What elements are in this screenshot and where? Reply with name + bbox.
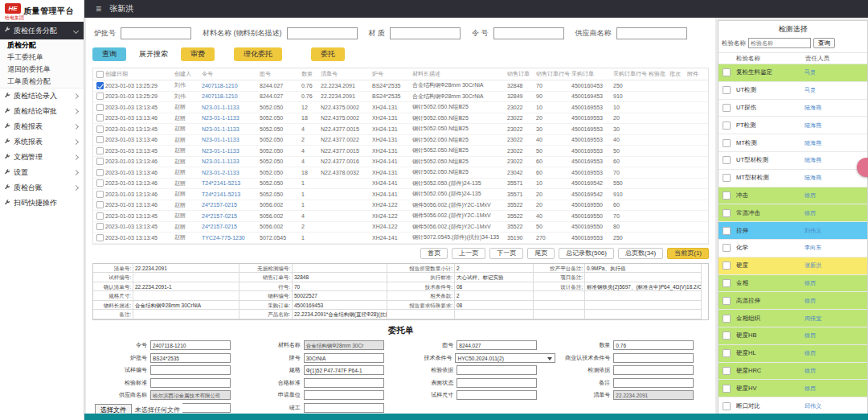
inspection-checkbox[interactable]	[723, 385, 731, 393]
row-checkbox[interactable]	[96, 234, 104, 241]
cell-order-no[interactable]: 24*2157-0215	[200, 224, 258, 229]
inspection-checkbox[interactable]	[723, 297, 731, 305]
cell-order-no[interactable]: N23-01-1-1133	[200, 137, 258, 142]
sidebar-group-item[interactable]: 质检台账	[0, 180, 84, 196]
inspection-checkbox[interactable]	[723, 279, 731, 287]
sidebar-subitem[interactable]: 质检分配	[0, 39, 84, 51]
inspection-item-row[interactable]: 拉伸刘伟义	[719, 222, 867, 240]
form-field-input[interactable]: 2407118-1210	[150, 340, 231, 350]
form-field-input[interactable]	[613, 365, 694, 375]
form-field-input[interactable]: 8244.027	[457, 340, 537, 350]
inspection-item-row[interactable]: 复检生料鉴定马灵	[719, 64, 867, 82]
inspection-item-row[interactable]: 断口对比邱伟义	[719, 397, 867, 414]
inspection-checkbox[interactable]	[723, 402, 731, 410]
sidebar-group-item[interactable]: 系统报表	[0, 134, 84, 150]
row-checkbox[interactable]	[96, 93, 104, 100]
inspection-item-row[interactable]: 冲击徐历	[719, 187, 867, 205]
form-field-input[interactable]	[304, 378, 384, 388]
search-field-input[interactable]	[121, 27, 191, 39]
inspection-item-row[interactable]: UT检测马灵	[719, 82, 867, 100]
row-checkbox[interactable]	[96, 104, 104, 111]
table-row[interactable]: 2023-01-03 13:13:46赵丽N23-01-1-11335052.0…	[93, 113, 708, 125]
search-field-input[interactable]	[616, 27, 687, 39]
row-checkbox[interactable]	[96, 136, 104, 143]
table-row[interactable]: 2023-01-03 13:13:45赵丽TYC24-775-12305072.…	[93, 233, 708, 244]
form-field-input[interactable]	[457, 365, 537, 375]
inspection-item-row[interactable]: 硬度HRC徐历	[719, 363, 867, 381]
form-field-input[interactable]	[613, 353, 694, 363]
inspection-item-row[interactable]: 化学李向东	[719, 240, 867, 257]
sidebar-group-item[interactable]: 设置	[0, 165, 84, 180]
sidebar-group-item[interactable]: 质检报表	[0, 119, 84, 134]
cell-order-no[interactable]: T24*2141-5213	[200, 180, 258, 186]
menu-toggle-icon[interactable]: ≡	[96, 3, 101, 14]
row-checkbox[interactable]	[96, 126, 104, 133]
table-row[interactable]: 2023-01-03 13:13:46赵丽N23-01-1-11335052.0…	[93, 157, 708, 168]
table-row[interactable]: 2023-01-03 13:25:29刘伟2407118-12108244.02…	[93, 80, 708, 92]
pager-button[interactable]: 下一页	[489, 248, 523, 259]
inspection-checkbox[interactable]	[723, 121, 731, 130]
inspection-item-row[interactable]: 常温冲击徐历	[719, 204, 867, 222]
select-all-checkbox[interactable]	[96, 71, 104, 78]
form-field-input[interactable]: 30CrNiA	[304, 353, 384, 363]
inspection-checkbox[interactable]	[723, 174, 731, 182]
inspection-item-row[interactable]: 硬度HL徐历	[719, 345, 867, 363]
form-field-input[interactable]	[304, 403, 384, 413]
form-field-input[interactable]	[457, 378, 537, 388]
form-field-input[interactable]: 合金结构钢Φ28mm 30Cr	[304, 340, 384, 350]
table-row[interactable]: 2023-01-03 13:13:45赵丽N23-01-1-11335052.0…	[93, 102, 708, 113]
form-field-input[interactable]	[150, 378, 231, 388]
inspection-item-row[interactable]: 硬度HB徐历	[719, 327, 867, 345]
sidebar-group-item[interactable]: 质检结论审批	[0, 104, 84, 119]
form-field-select[interactable]: HYC50.2024.011(2)	[455, 353, 555, 363]
table-row[interactable]: 2023-01-03 13:13:46赵丽24*2157-02155056.00…	[93, 200, 708, 212]
inspection-checkbox[interactable]	[723, 227, 731, 235]
table-row[interactable]: 2023-01-03 13:13:46赵丽N23-01-1-11335052.0…	[93, 135, 708, 146]
table-row[interactable]: 2023-01-03 13:13:46赵丽N23-01-2-11335052.0…	[93, 167, 708, 179]
form-field-input[interactable]: BS24*2535	[150, 353, 231, 363]
inspection-item-row[interactable]: 高温拉伸徐历	[719, 292, 867, 310]
inspection-item-row[interactable]: PT检测陆海燕	[719, 117, 867, 134]
inspection-checkbox[interactable]	[723, 349, 731, 357]
inspection-checkbox[interactable]	[723, 86, 731, 94]
form-field-input[interactable]	[457, 390, 537, 400]
cell-order-no[interactable]: N23-01-2-1133	[200, 170, 258, 175]
inspection-item-row[interactable]: 硬度HV徐历	[719, 380, 867, 397]
row-checkbox[interactable]	[96, 158, 104, 165]
inspection-item-row[interactable]: UT型材检测陆海燕	[719, 152, 867, 170]
toolbar-button[interactable]: 理化委托	[234, 47, 282, 61]
inspection-item-row[interactable]: 金相徐历	[719, 275, 867, 293]
pager-button[interactable]: 当前页(1)	[667, 248, 709, 259]
row-checkbox[interactable]	[96, 147, 104, 154]
inspection-checkbox[interactable]	[723, 261, 731, 270]
inspection-checkbox[interactable]	[723, 244, 731, 252]
search-field-input[interactable]	[390, 27, 461, 39]
panel-search-button[interactable]: 查询	[813, 38, 835, 48]
sidebar-subitem[interactable]: 工单质检分配	[0, 76, 84, 88]
inspection-item-row[interactable]: MT型材检测陆海燕	[719, 170, 867, 187]
table-row[interactable]: 2023-01-03 13:13:45赵丽24*2157-02155056.00…	[93, 211, 708, 222]
cell-order-no[interactable]: 2407118-1210	[200, 93, 258, 99]
inspection-checkbox[interactable]	[723, 315, 731, 323]
table-row[interactable]: 2023-01-03 13:13:46赵丽T24*2141-52135052.0…	[93, 189, 708, 200]
form-field-input[interactable]: 22.2234.2091	[613, 390, 694, 400]
table-row[interactable]: 2023-01-03 13:25:29刘伟2407118-12108244.02…	[93, 92, 708, 103]
form-field-input[interactable]: Φ(1)52 P47-747F P64-1	[304, 365, 384, 375]
inspection-checkbox[interactable]	[723, 139, 731, 147]
panel-search-input[interactable]	[748, 38, 811, 48]
inspection-item-row[interactable]: 硬度张新洪	[719, 257, 867, 275]
cell-order-no[interactable]: 24*2157-0215	[200, 213, 258, 219]
cell-order-no[interactable]: TYC24-775-1230	[200, 235, 258, 241]
form-field-input[interactable]	[150, 365, 231, 375]
form-field-input[interactable]	[304, 390, 384, 400]
inspection-item-row[interactable]: MT检测陆海燕	[719, 134, 867, 152]
row-checkbox[interactable]	[96, 201, 104, 208]
pager-button[interactable]: 首页	[420, 248, 448, 259]
inspection-checkbox[interactable]	[723, 191, 731, 200]
sidebar-subitem[interactable]: 手工委托单	[0, 51, 84, 64]
inspection-item-row[interactable]: UT探伤陆海燕	[719, 100, 867, 117]
toolbar-button[interactable]: 查询	[92, 47, 126, 61]
current-user[interactable]: 张新洪	[109, 3, 133, 14]
row-checkbox[interactable]	[96, 179, 104, 187]
row-checkbox[interactable]	[96, 223, 104, 230]
